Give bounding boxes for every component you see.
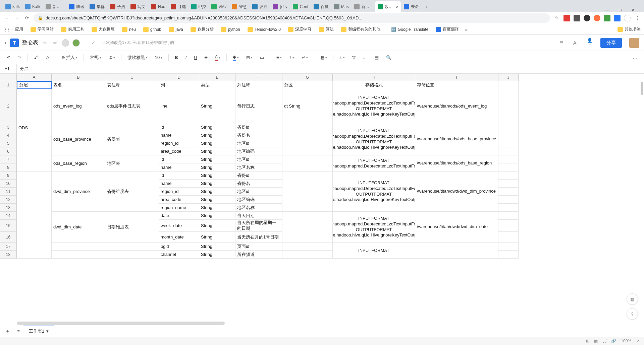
cell-D18[interactable]: channel <box>159 251 199 259</box>
sheet-tab-1[interactable]: 工作表1▾ <box>23 326 54 336</box>
cell-C1[interactable]: 表注释 <box>105 81 159 89</box>
ext-6[interactable] <box>614 15 621 21</box>
row-header[interactable]: 14 <box>0 212 17 220</box>
grid-icon[interactable]: ⊞ <box>586 339 589 343</box>
vertical-scrollbar[interactable] <box>641 82 643 95</box>
collab-avatar-1[interactable] <box>62 39 69 47</box>
browser-tab[interactable]: Cent <box>290 1 311 12</box>
cell-J10[interactable] <box>498 180 519 188</box>
font-size[interactable]: 10▾ <box>154 54 164 61</box>
cell-H7[interactable]: INPUTFORMAT 'com.hadoop.mapred.Deprecate… <box>333 155 415 171</box>
find-button[interactable]: 🔍 <box>385 54 393 61</box>
paint-format-button[interactable]: 🖌 <box>33 54 40 61</box>
browser-tab[interactable]: Kafk <box>22 1 43 12</box>
column-header[interactable]: C <box>105 74 159 81</box>
bookmark-item[interactable]: 学习网站 <box>31 26 54 32</box>
cell-D17[interactable]: pgid <box>159 243 199 251</box>
ext-5[interactable] <box>604 15 610 21</box>
cell-F15[interactable]: 当天所在周的星期一的日期 <box>235 220 282 232</box>
cell-J15[interactable] <box>498 220 519 232</box>
row-header[interactable]: 18 <box>0 251 17 259</box>
halign-button[interactable]: ≡ ▾ <box>275 54 283 61</box>
browser-tab[interactable]: 未命 <box>401 1 422 12</box>
cell-F4[interactable]: 省份名 <box>235 131 282 139</box>
menu-icon[interactable]: ⋮ <box>634 15 641 21</box>
bookmark-item[interactable]: neu <box>122 27 136 32</box>
cell-D12[interactable]: area_code <box>159 196 199 204</box>
column-header[interactable]: F <box>235 74 282 81</box>
cell-C18[interactable] <box>105 251 159 259</box>
cell-G7[interactable] <box>282 155 333 171</box>
bookmark-item[interactable]: TensorFlow2.0 <box>248 27 281 32</box>
bookmark-item[interactable]: github <box>143 27 161 32</box>
cell-J2[interactable] <box>498 89 519 123</box>
borders-button[interactable]: ⊞ ▾ <box>245 54 254 61</box>
share-button[interactable]: 分享 <box>600 38 622 48</box>
bookmark-item[interactable]: 实用工具 <box>61 26 84 32</box>
bookmark-item[interactable]: 🔤Google Translate <box>391 27 428 32</box>
cell-D2[interactable]: line <box>159 89 199 123</box>
cell-E16[interactable]: String <box>199 232 235 243</box>
browser-tab[interactable]: kafk <box>3 1 22 12</box>
conditional-format[interactable]: ▤ <box>373 54 380 61</box>
bookmark-item[interactable]: 和编程有关的其他... <box>341 26 384 32</box>
cell-D4[interactable]: name <box>159 131 199 139</box>
clear-format-button[interactable]: ◇ <box>44 54 50 61</box>
fullscreen-icon[interactable]: ⛶ <box>602 339 606 343</box>
column-header[interactable]: I <box>415 74 498 81</box>
ext-abp[interactable] <box>564 15 570 21</box>
cell-D16[interactable]: month_date <box>159 232 199 243</box>
underline-button[interactable]: U <box>193 54 198 61</box>
filter-button[interactable]: ▽ <box>351 54 357 61</box>
ext-4[interactable] <box>594 15 600 21</box>
row-header[interactable]: 1 <box>0 81 17 89</box>
cell-I1[interactable]: 存储位置 <box>415 81 498 89</box>
browser-tab[interactable]: 设置 <box>250 1 270 12</box>
row-header[interactable]: 5 <box>0 139 17 147</box>
cell-H2[interactable]: INPUTFORMAT 'com.hadoop.mapred.Deprecate… <box>333 89 415 123</box>
row-header[interactable]: 17 <box>0 243 17 251</box>
cell-D11[interactable]: region_id <box>159 188 199 196</box>
redo-button[interactable]: ↷ <box>16 54 23 61</box>
move-icon[interactable]: ⇨ <box>52 40 58 45</box>
cell-I14[interactable]: /warehouse/titan/dwd/dwd_dim_date <box>415 212 498 243</box>
text-color[interactable]: A ▾ <box>213 53 222 62</box>
cell-E4[interactable]: String <box>199 131 235 139</box>
help-button[interactable]: ? <box>627 308 638 320</box>
cell-J16[interactable] <box>498 232 519 243</box>
cell-F1[interactable]: 列注释 <box>235 81 282 89</box>
undo-button[interactable]: ↶ <box>5 54 12 61</box>
cell-E11[interactable]: String <box>199 188 235 196</box>
cell-F18[interactable]: 所在频道 <box>235 251 282 259</box>
menu-icon[interactable]: ☰ <box>558 40 565 45</box>
browser-tab[interactable]: 集群 <box>87 1 107 12</box>
cell-F10[interactable]: 省份名 <box>235 180 282 188</box>
back-arrow[interactable]: ‹ <box>5 39 7 46</box>
cell-J1[interactable] <box>498 81 519 89</box>
window-maximize[interactable]: □ <box>618 7 623 12</box>
row-header[interactable]: 3 <box>0 123 17 131</box>
browser-tab[interactable]: (o' v <box>270 1 290 12</box>
cell-E1[interactable]: 类型 <box>199 81 235 89</box>
spreadsheet-grid[interactable]: ABCDEFGHIJ 123456789101112131415161718 分… <box>0 74 644 325</box>
link-icon[interactable]: 🔗 <box>611 339 616 343</box>
new-tab-button[interactable]: ＋ <box>422 1 431 12</box>
column-header[interactable]: H <box>333 74 415 81</box>
cell-D15[interactable]: week_date <box>159 220 199 232</box>
select-all-corner[interactable] <box>0 74 17 81</box>
bookmark-item[interactable]: 深度学习 <box>288 26 311 32</box>
cell-F16[interactable]: 当天所在月的1号日期 <box>235 232 282 243</box>
browser-tab[interactable]: 子浩 <box>107 1 128 12</box>
column-header[interactable]: J <box>498 74 519 81</box>
wrap-button[interactable]: ↵ ▾ <box>300 54 309 61</box>
cell-F12[interactable]: 地区编码 <box>235 196 282 204</box>
cell-C7[interactable]: 地区表 <box>105 155 159 171</box>
cell-E9[interactable]: String <box>199 171 235 180</box>
cell-J14[interactable] <box>498 212 519 220</box>
cell-E7[interactable]: String <box>199 155 235 163</box>
nav-back[interactable]: ← <box>3 15 10 21</box>
cell-B3[interactable]: ods_base_province <box>52 123 105 155</box>
number-format[interactable]: 常规▾ <box>89 53 103 62</box>
cell-B9[interactable]: dwd_dim_province <box>52 171 105 212</box>
browser-tab[interactable]: 智慧 <box>229 1 250 12</box>
